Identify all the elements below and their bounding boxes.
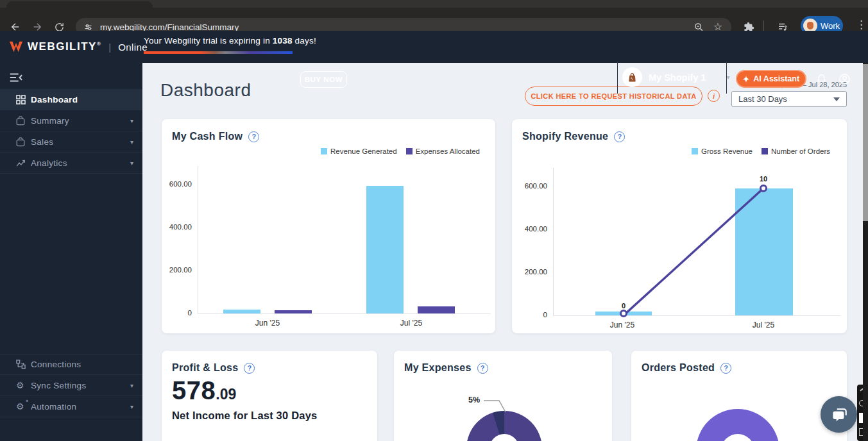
connections-icon: [16, 360, 26, 369]
trial-text: Your Webgility trial is expiring in 1038…: [144, 36, 316, 46]
chevron-down-icon: ▾: [130, 138, 133, 146]
shopify-bag-icon: [627, 72, 638, 83]
callout-leader-line: [484, 398, 509, 415]
shopify-revenue-card: Shopify Revenue ? Gross RevenueNumber of…: [512, 119, 847, 333]
x-category-label: Jun '25: [597, 320, 648, 329]
sidebar-item-dashboard[interactable]: Dashboard: [0, 89, 142, 110]
profile-name: Work: [821, 21, 840, 31]
x-axis-line: [553, 315, 840, 316]
bag-icon: [16, 137, 26, 147]
expenses-card: My Expenses ? 5%: [394, 351, 612, 441]
trend-icon: [16, 159, 26, 167]
sidebar-item-sales[interactable]: Sales ▾: [0, 131, 142, 153]
cash-flow-chart: 0200.00400.00600.00Jun '25Jul '25: [162, 119, 495, 333]
sidebar: Dashboard Summary ▾ Sales ▾ Analytics ▾ …: [0, 63, 142, 441]
ai-assistant-button[interactable]: ✦ AI Assistant: [736, 70, 806, 88]
page-title: Dashboard: [160, 80, 251, 101]
trial-days: 1038: [273, 36, 293, 46]
brand: WEBGILITY® | Online: [9, 31, 148, 63]
net-income-subtitle: Net Income for Last 30 Days: [172, 410, 317, 422]
brand-name: WEBGILITY®: [28, 40, 101, 53]
chat-widget-button[interactable]: [821, 396, 857, 433]
chat-bubbles-icon: [830, 405, 849, 424]
sidebar-item-label: Sync Settings: [31, 381, 86, 390]
browser-toolbar: my.webgility.com/FinancialSummary ☆ Work…: [0, 8, 868, 31]
shopify-revenue-chart: 0200.00400.00600.00Jun '25Jul '25010: [512, 119, 847, 333]
card-title: Orders Posted: [642, 362, 715, 374]
trial-banner: Your Webgility trial is expiring in 1038…: [144, 36, 316, 54]
card-title: Profit & Loss: [172, 362, 238, 374]
sidebar-item-label: Automation: [31, 402, 76, 412]
browser-menu-button[interactable]: ⋮: [856, 18, 867, 31]
y-tick-label: 0: [162, 309, 192, 317]
shopify-store-avatar: [622, 67, 642, 87]
header-divider: [617, 62, 618, 94]
sidebar-item-automation[interactable]: ⚙✦ Automation ▾: [0, 396, 142, 417]
browser-tab-strip: [0, 0, 868, 8]
bar-revenue-generated-jun-25: [223, 310, 260, 313]
chevron-down-icon: ▾: [130, 160, 133, 167]
page-scrollbar-thumb[interactable]: [863, 64, 868, 221]
sidebar-item-connections[interactable]: Connections: [0, 354, 142, 375]
help-icon[interactable]: ?: [244, 363, 255, 374]
browser-tab[interactable]: [6, 1, 153, 8]
donut-slice-label: 5%: [468, 395, 480, 404]
registered-mark: ®: [97, 41, 101, 47]
y-tick-label: 600.00: [512, 182, 547, 190]
buy-now-button[interactable]: BUY NOW: [300, 71, 347, 88]
sidebar-item-analytics[interactable]: Analytics ▾: [0, 153, 142, 174]
sidebar-item-label: Connections: [31, 360, 81, 369]
line-point-label: 0: [614, 302, 633, 310]
period-select[interactable]: Last 30 Days: [731, 91, 847, 107]
store-selector[interactable]: My Shopify 1 ▾: [622, 67, 729, 87]
sidebar-item-label: Sales: [31, 137, 53, 147]
account-circle-icon: [838, 72, 851, 86]
store-name: My Shopify 1: [649, 72, 706, 83]
sidebar-item-label: Dashboard: [31, 95, 78, 104]
orders-line-series: [512, 119, 847, 333]
request-historical-data-button[interactable]: CLICK HERE TO REQUEST HISTORICAL DATA: [525, 87, 702, 106]
sidebar-main-menu: Dashboard Summary ▾ Sales ▾ Analytics ▾: [0, 89, 142, 174]
x-category-label: Jul '25: [738, 320, 789, 329]
notifications-button[interactable]: [812, 70, 830, 88]
net-income-amount: 578.09: [172, 376, 236, 405]
sidebar-item-summary[interactable]: Summary ▾: [0, 110, 142, 131]
card-title: My Expenses: [404, 362, 472, 374]
bar-expenses-allocated-jul-25: [418, 306, 455, 313]
gear-sparkle-icon: ⚙✦: [16, 401, 26, 412]
gear-icon: ⚙: [16, 380, 26, 390]
info-icon[interactable]: i: [708, 90, 720, 102]
chevron-down-icon: [833, 97, 840, 101]
sidebar-bottom-menu: Connections ⚙ Sync Settings ▾ ⚙✦ Automat…: [0, 354, 142, 417]
x-category-label: Jun '25: [242, 319, 293, 328]
sidebar-item-label: Summary: [31, 116, 69, 126]
line-point-label: 10: [754, 175, 773, 183]
y-tick-label: 400.00: [512, 225, 547, 233]
y-tick-label: 600.00: [162, 180, 192, 188]
orders-posted-card: Orders Posted ?: [631, 351, 847, 441]
x-category-label: Jul '25: [386, 319, 437, 328]
period-select-value: Last 30 Days: [738, 94, 787, 104]
sidebar-item-sync-settings[interactable]: ⚙ Sync Settings ▾: [0, 375, 142, 396]
account-button[interactable]: [835, 70, 853, 88]
brand-separator: |: [108, 42, 111, 53]
bag-icon: [16, 116, 26, 126]
chevron-down-icon: ▾: [130, 382, 133, 389]
bar-expenses-allocated-jun-25: [275, 310, 312, 313]
grid-icon: [16, 95, 26, 104]
donut-hole: [721, 434, 754, 441]
y-tick-label: 0: [512, 311, 547, 319]
header-divider-2: [726, 62, 727, 94]
collapse-menu-icon: [9, 72, 23, 83]
profit-loss-card: Profit & Loss ? 578.09 Net Income for La…: [162, 351, 377, 441]
help-icon[interactable]: ?: [720, 363, 731, 374]
y-axis-line: [198, 166, 198, 313]
x-axis-line: [198, 313, 491, 314]
help-icon[interactable]: ?: [477, 363, 488, 374]
store-caret-icon: ▾: [726, 74, 729, 81]
bar-gross-revenue-jun-25: [595, 312, 652, 315]
chevron-down-icon: ▾: [130, 117, 133, 124]
y-tick-label: 200.00: [162, 266, 192, 274]
cash-flow-card: My Cash Flow ? Revenue GeneratedExpenses…: [162, 119, 495, 333]
sidebar-collapse-button[interactable]: [9, 71, 26, 85]
